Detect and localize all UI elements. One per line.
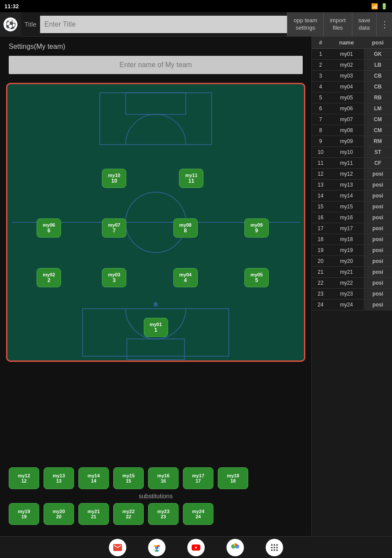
table-row[interactable]: 14 my14 posi	[312, 191, 392, 201]
sub-token-21[interactable]: my2121	[78, 503, 109, 525]
player-token-p09[interactable]: my099	[244, 218, 269, 238]
roster-name: my07	[329, 114, 364, 125]
roster-pos: CF	[364, 158, 392, 169]
title-input[interactable]	[40, 16, 287, 33]
apps-icon[interactable]	[266, 539, 283, 556]
roster-name: my03	[329, 71, 364, 82]
sub-token-22[interactable]: my2222	[113, 503, 144, 525]
roster-table: # name posi 1 my01 GK 2 my02 LB 3 my03 C…	[312, 37, 392, 310]
player-token-p08[interactable]: my088	[173, 218, 198, 238]
sub-token-17[interactable]: my1717	[183, 467, 213, 489]
svg-point-13	[274, 547, 275, 548]
roster-pos: posi	[364, 180, 392, 191]
table-row[interactable]: 5 my05 RB	[312, 92, 392, 103]
table-row[interactable]: 18 my18 posi	[312, 234, 392, 245]
menu-button[interactable]: ⋮	[376, 12, 392, 37]
status-icons: 📶 🔋	[371, 3, 388, 10]
sub-token-24[interactable]: my2424	[183, 503, 213, 525]
roster-pos: posi	[364, 234, 392, 245]
roster-pos: posi	[364, 289, 392, 299]
table-row[interactable]: 11 my11 CF	[312, 158, 392, 169]
roster-num: 15	[312, 201, 329, 212]
svg-point-14	[276, 547, 278, 548]
table-row[interactable]: 1 my01 GK	[312, 49, 392, 60]
svg-rect-2	[100, 93, 212, 145]
table-row[interactable]: 8 my08 CM	[312, 125, 392, 136]
table-row[interactable]: 19 my19 posi	[312, 245, 392, 256]
chrome-icon[interactable]	[148, 539, 166, 556]
table-row[interactable]: 23 my23 posi	[312, 289, 392, 299]
roster-pos: GK	[364, 49, 392, 60]
save-data-button[interactable]: save data	[352, 12, 376, 37]
roster-name: my24	[329, 299, 364, 310]
table-row[interactable]: 16 my16 posi	[312, 212, 392, 223]
roster-num: 1	[312, 49, 329, 60]
youtube-icon[interactable]	[187, 539, 205, 556]
sub-token-13[interactable]: my1313	[44, 467, 74, 489]
table-row[interactable]: 21 my21 posi	[312, 267, 392, 278]
roster-num: 6	[312, 103, 329, 114]
table-row[interactable]: 22 my22 posi	[312, 278, 392, 289]
roster-name: my19	[329, 245, 364, 256]
roster-col-num: #	[312, 37, 329, 49]
table-row[interactable]: 17 my17 posi	[312, 223, 392, 234]
roster-num: 8	[312, 125, 329, 136]
roster-num: 22	[312, 278, 329, 289]
roster-pos: LM	[364, 103, 392, 114]
player-token-p11[interactable]: my1111	[179, 169, 203, 188]
sub-token-20[interactable]: my2020	[44, 503, 74, 525]
team-name-input[interactable]	[9, 56, 303, 74]
table-row[interactable]: 24 my24 posi	[312, 299, 392, 310]
player-token-p06[interactable]: my066	[37, 218, 61, 238]
table-row[interactable]: 15 my15 posi	[312, 201, 392, 212]
roster-num: 7	[312, 114, 329, 125]
player-token-p03[interactable]: my033	[102, 268, 126, 287]
roster-pos: posi	[364, 299, 392, 310]
import-files-button[interactable]: import files	[323, 12, 351, 37]
roster-name: my20	[329, 256, 364, 267]
roster-num: 18	[312, 234, 329, 245]
gmail-icon[interactable]	[109, 539, 126, 556]
roster-num: 13	[312, 180, 329, 191]
roster-num: 20	[312, 256, 329, 267]
sub-token-14[interactable]: my1414	[78, 467, 109, 489]
player-token-p07[interactable]: my077	[102, 218, 126, 238]
opp-team-button[interactable]: opp team settings	[287, 12, 323, 37]
table-row[interactable]: 7 my07 CM	[312, 114, 392, 125]
table-row[interactable]: 10 my10 ST	[312, 147, 392, 158]
app-icon: ⚽	[0, 12, 21, 37]
toolbar-buttons: opp team settings import files save data…	[287, 12, 392, 37]
roster-name: my23	[329, 289, 364, 299]
player-token-p01[interactable]: my011	[144, 318, 168, 337]
roster-pos: posi	[364, 256, 392, 267]
sub-token-15[interactable]: my1515	[113, 467, 144, 489]
sub-token-23[interactable]: my2323	[148, 503, 179, 525]
roster-num: 24	[312, 299, 329, 310]
player-token-p05[interactable]: my055	[244, 268, 269, 287]
sub-token-19[interactable]: my1919	[9, 503, 39, 525]
player-token-p10[interactable]: my1010	[102, 169, 126, 188]
sub-token-12[interactable]: my1212	[9, 467, 39, 489]
sub-token-16[interactable]: my1616	[148, 467, 179, 489]
settings-header: Settings(My team)	[0, 37, 311, 54]
table-row[interactable]: 9 my09 RM	[312, 136, 392, 147]
table-row[interactable]: 3 my03 CB	[312, 71, 392, 82]
roster-pos: RB	[364, 92, 392, 103]
table-row[interactable]: 12 my12 posi	[312, 169, 392, 180]
roster-name: my16	[329, 212, 364, 223]
roster-name: my08	[329, 125, 364, 136]
table-row[interactable]: 2 my02 LB	[312, 60, 392, 71]
sub-token-18[interactable]: my1818	[218, 467, 248, 489]
table-row[interactable]: 20 my20 posi	[312, 256, 392, 267]
table-row[interactable]: 13 my13 posi	[312, 180, 392, 191]
table-row[interactable]: 4 my04 CB	[312, 82, 392, 92]
table-row[interactable]: 6 my06 LM	[312, 103, 392, 114]
roster-num: 19	[312, 245, 329, 256]
roster-num: 14	[312, 191, 329, 201]
roster-name: my21	[329, 267, 364, 278]
photos-icon[interactable]	[226, 539, 244, 556]
substitutions-label: substitutions	[9, 493, 303, 500]
player-token-p04[interactable]: my044	[173, 268, 198, 287]
roster-num: 10	[312, 147, 329, 158]
player-token-p02[interactable]: my022	[37, 268, 61, 287]
